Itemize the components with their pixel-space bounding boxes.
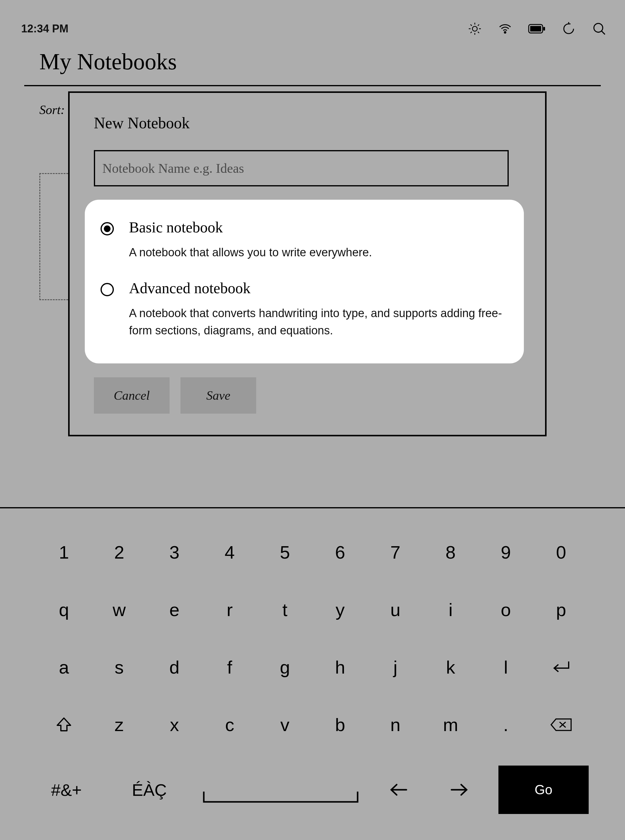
keyboard-row-bottom: #&+ ÉÀÇ Go [36, 766, 589, 814]
key-u[interactable]: u [368, 593, 423, 626]
key-j[interactable]: j [368, 651, 423, 684]
key-i[interactable]: i [423, 593, 478, 626]
option-basic[interactable]: Basic notebook A notebook that allows yo… [100, 212, 506, 270]
key-w[interactable]: w [92, 593, 146, 626]
svg-line-8 [478, 25, 479, 26]
svg-rect-11 [530, 26, 541, 31]
save-button[interactable]: Save [180, 377, 256, 414]
status-icons [468, 21, 607, 36]
key-r[interactable]: r [202, 593, 257, 626]
svg-point-9 [504, 32, 506, 33]
key-period[interactable]: . [478, 708, 533, 741]
key-3[interactable]: 3 [147, 536, 202, 569]
dialog-title: New Notebook [94, 114, 521, 132]
status-bar: 12:34 PM [0, 0, 625, 45]
key-go[interactable]: Go [498, 766, 589, 814]
radio-unselected-icon [100, 282, 115, 298]
keyboard-row-asdf: a s d f g h j k l [36, 651, 589, 684]
key-v[interactable]: v [257, 708, 312, 741]
sync-icon[interactable] [561, 22, 576, 36]
battery-icon[interactable] [528, 23, 546, 34]
key-h[interactable]: h [312, 651, 368, 684]
key-e[interactable]: e [147, 593, 202, 626]
svg-line-6 [478, 32, 479, 33]
option-basic-desc: A notebook that allows you to write ever… [129, 244, 506, 261]
key-8[interactable]: 8 [423, 536, 478, 569]
key-2[interactable]: 2 [92, 536, 146, 569]
svg-point-13 [594, 23, 603, 32]
key-9[interactable]: 9 [478, 536, 533, 569]
key-7[interactable]: 7 [368, 536, 423, 569]
key-d[interactable]: d [147, 651, 202, 684]
search-icon[interactable] [592, 21, 607, 36]
option-basic-title: Basic notebook [129, 219, 506, 236]
keyboard-row-qwerty: q w e r t y u i o p [36, 593, 589, 626]
svg-point-17 [101, 284, 113, 296]
keyboard-row-numbers: 1 2 3 4 5 6 7 8 9 0 [36, 536, 589, 569]
notebook-type-options: Basic notebook A notebook that allows yo… [85, 200, 524, 363]
on-screen-keyboard: 1 2 3 4 5 6 7 8 9 0 q w e r t y u i o p … [0, 507, 625, 840]
svg-line-5 [471, 25, 472, 26]
key-space[interactable] [202, 772, 359, 808]
svg-point-16 [104, 225, 110, 232]
status-time: 12:34 PM [21, 22, 68, 35]
key-symbols[interactable]: #&+ [36, 772, 96, 808]
key-1[interactable]: 1 [36, 536, 92, 569]
svg-line-7 [471, 32, 472, 33]
key-g[interactable]: g [257, 651, 312, 684]
radio-selected-icon [100, 222, 115, 237]
key-enter[interactable] [533, 651, 589, 684]
brightness-icon[interactable] [468, 22, 482, 36]
svg-line-14 [602, 31, 605, 34]
key-c[interactable]: c [202, 708, 257, 741]
key-y[interactable]: y [312, 593, 368, 626]
key-6[interactable]: 6 [312, 536, 368, 569]
cancel-button[interactable]: Cancel [94, 377, 169, 414]
key-arrow-right[interactable] [438, 772, 480, 808]
notebook-name-input[interactable] [94, 150, 509, 186]
wifi-icon[interactable] [498, 22, 512, 36]
key-z[interactable]: z [92, 708, 146, 741]
page-title: My Notebooks [0, 45, 625, 85]
option-advanced-title: Advanced notebook [129, 279, 506, 297]
key-k[interactable]: k [423, 651, 478, 684]
svg-rect-12 [543, 27, 545, 31]
key-accents[interactable]: ÉÀÇ [115, 772, 184, 808]
new-notebook-dialog: New Notebook Basic notebook A notebook t… [68, 91, 547, 436]
option-advanced-desc: A notebook that converts handwriting int… [129, 305, 506, 339]
key-a[interactable]: a [36, 651, 92, 684]
key-backspace[interactable] [533, 708, 589, 741]
key-f[interactable]: f [202, 651, 257, 684]
key-s[interactable]: s [92, 651, 146, 684]
key-l[interactable]: l [478, 651, 533, 684]
key-5[interactable]: 5 [257, 536, 312, 569]
key-shift[interactable] [36, 708, 92, 741]
keyboard-row-zxcv: z x c v b n m . [36, 708, 589, 741]
key-q[interactable]: q [36, 593, 92, 626]
option-advanced[interactable]: Advanced notebook A notebook that conver… [100, 270, 506, 348]
key-o[interactable]: o [478, 593, 533, 626]
key-b[interactable]: b [312, 708, 368, 741]
key-arrow-left[interactable] [378, 772, 420, 808]
svg-point-0 [473, 26, 477, 31]
key-x[interactable]: x [147, 708, 202, 741]
key-p[interactable]: p [533, 593, 589, 626]
key-m[interactable]: m [423, 708, 478, 741]
key-0[interactable]: 0 [533, 536, 589, 569]
key-n[interactable]: n [368, 708, 423, 741]
key-4[interactable]: 4 [202, 536, 257, 569]
key-t[interactable]: t [257, 593, 312, 626]
